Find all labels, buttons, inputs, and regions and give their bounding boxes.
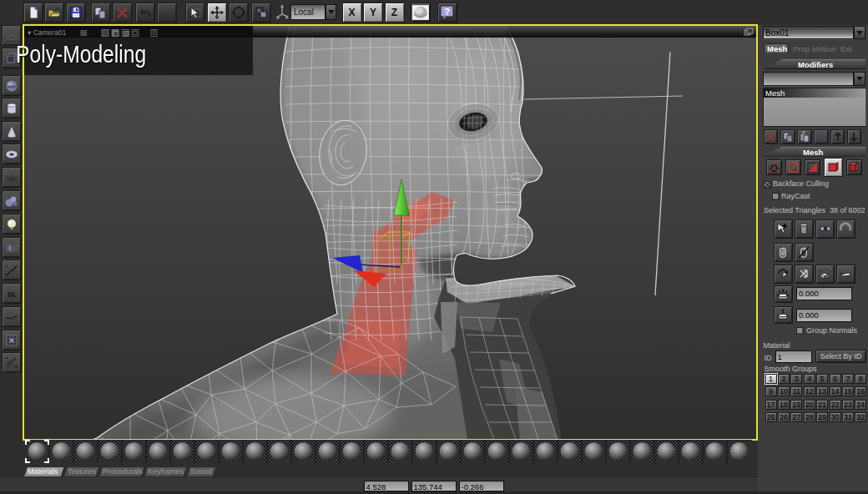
svg-text:IK: IK xyxy=(8,290,17,299)
svg-text:Abc: Abc xyxy=(5,174,18,183)
svg-text:?: ? xyxy=(444,7,450,17)
